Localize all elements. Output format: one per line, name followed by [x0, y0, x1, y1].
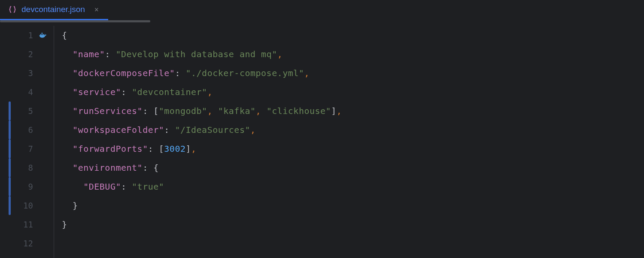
code-line: } — [62, 196, 644, 215]
modified-indicator — [9, 177, 11, 196]
line-number[interactable]: 11 — [0, 215, 54, 234]
line-number[interactable]: 7 — [0, 139, 54, 158]
code-line: "forwardPorts": [3002], — [62, 139, 644, 158]
tab-scroll-indicator[interactable] — [0, 20, 150, 22]
code-line: "runServices": ["mongodb", "kafka", "cli… — [62, 101, 644, 120]
close-icon[interactable]: × — [93, 6, 100, 13]
line-number[interactable]: 5 — [0, 101, 54, 120]
tab-filename: devcontainer.json — [21, 5, 85, 14]
line-number[interactable]: 9 — [0, 177, 54, 196]
editor: 1 2 3 4 5 6 7 8 9 10 11 12 { "name": "De… — [0, 21, 644, 258]
code-area[interactable]: { "name": "Develop with database and mq"… — [54, 26, 644, 258]
code-line: "DEBUG": "true" — [62, 177, 644, 196]
tab-bar: devcontainer.json × — [0, 0, 644, 21]
docker-icon[interactable] — [38, 31, 48, 40]
line-number[interactable]: 6 — [0, 120, 54, 139]
modified-indicator — [9, 101, 11, 120]
code-line: } — [62, 215, 644, 234]
line-number[interactable]: 10 — [0, 196, 54, 215]
json-braces-icon — [8, 5, 17, 14]
code-line: "dockerComposeFile": "./docker-compose.y… — [62, 64, 644, 83]
modified-indicator — [9, 139, 11, 158]
svg-rect-1 — [42, 34, 43, 36]
code-line: "workspaceFolder": "/IdeaSources", — [62, 120, 644, 139]
modified-indicator — [9, 196, 11, 215]
line-number[interactable]: 12 — [0, 234, 54, 253]
svg-rect-2 — [43, 34, 44, 36]
code-line: "environment": { — [62, 158, 644, 177]
code-line: "service": "devcontainer", — [62, 83, 644, 101]
file-tab[interactable]: devcontainer.json × — [0, 0, 108, 20]
line-number[interactable]: 2 — [0, 45, 54, 64]
code-line: "name": "Develop with database and mq", — [62, 45, 644, 64]
modified-indicator — [9, 120, 11, 139]
gutter: 1 2 3 4 5 6 7 8 9 10 11 12 — [0, 26, 54, 258]
svg-rect-0 — [40, 34, 41, 36]
line-number[interactable]: 3 — [0, 64, 54, 83]
modified-indicator — [9, 158, 11, 177]
line-number[interactable]: 8 — [0, 158, 54, 177]
line-number[interactable]: 1 — [0, 26, 54, 45]
code-line — [62, 234, 644, 253]
code-line: { — [62, 26, 644, 45]
line-number[interactable]: 4 — [0, 83, 54, 101]
svg-rect-3 — [42, 33, 43, 34]
